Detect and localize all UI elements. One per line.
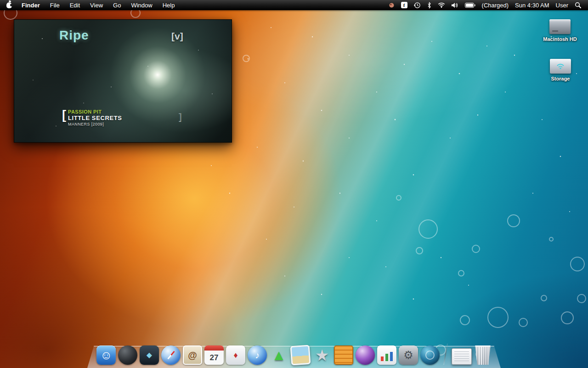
desktop-icon-label: Storage bbox=[551, 76, 570, 81]
dock-icon-dark-utility[interactable]: ◆ bbox=[140, 345, 159, 365]
bluetooth-icon[interactable] bbox=[424, 0, 435, 10]
finder-face-icon: ☺ bbox=[100, 349, 113, 361]
caption-lines: PASSION PIT LITTLE SECRETS MANNERS [2009… bbox=[68, 109, 122, 126]
dock-icon-system-preferences[interactable]: ⚙ bbox=[399, 345, 418, 365]
desktop-icon-label: Macintosh HD bbox=[543, 36, 577, 42]
volume-icon[interactable] bbox=[448, 0, 462, 10]
menu-bar-right: f (Charged) Sun 4:30 AM User bbox=[385, 0, 588, 10]
menu-go[interactable]: Go bbox=[108, 2, 126, 9]
menu-view[interactable]: View bbox=[85, 2, 108, 9]
dock-icon-trash[interactable] bbox=[474, 345, 492, 365]
apple-icon bbox=[6, 2, 12, 8]
apple-menu[interactable] bbox=[0, 0, 17, 10]
menu-edit[interactable]: Edit bbox=[65, 2, 85, 9]
caption-song: LITTLE SECRETS bbox=[68, 115, 122, 121]
time-machine-icon[interactable] bbox=[411, 0, 424, 10]
diamond-suit-icon: ♦ bbox=[233, 351, 237, 359]
dock-icon-search-orb[interactable] bbox=[420, 345, 440, 365]
music-note-icon: ♪ bbox=[255, 351, 260, 360]
user-switch-menu[interactable]: User bbox=[553, 2, 571, 9]
desktop-icon-storage[interactable]: Storage bbox=[538, 59, 582, 81]
dock-icon-mail[interactable]: @ bbox=[183, 345, 202, 365]
network-drive-icon bbox=[550, 59, 571, 74]
desktop-screen: Finder File Edit View Go Window Help f bbox=[0, 0, 588, 368]
dock-icon-crate[interactable] bbox=[334, 345, 353, 365]
desktop-icon-macintosh-hd[interactable]: Macintosh HD bbox=[538, 19, 582, 42]
menu-clock[interactable]: Sun 4:30 AM bbox=[512, 2, 552, 9]
menu-file[interactable]: File bbox=[45, 2, 65, 9]
dock-icon-iphoto[interactable] bbox=[290, 345, 311, 366]
facebook-menu-icon[interactable]: f bbox=[398, 0, 411, 10]
dock-icon-star-app[interactable]: ★ bbox=[312, 345, 332, 365]
video-window[interactable]: Ripe [v] ] [ PASSION PIT LITTLE SECRETS … bbox=[14, 19, 232, 143]
facebook-icon: f bbox=[401, 2, 407, 8]
dock-icon-chart[interactable] bbox=[377, 345, 396, 365]
video-starfield bbox=[42, 38, 43, 39]
menu-app-finder[interactable]: Finder bbox=[17, 2, 45, 9]
calendar-day: 27 bbox=[204, 351, 224, 365]
diamond-icon: ◆ bbox=[147, 351, 152, 359]
dock-icon-itunes[interactable]: ♪ bbox=[248, 345, 267, 365]
menu-extra-icon[interactable] bbox=[385, 0, 398, 10]
ripe-logo: Ripe bbox=[59, 28, 89, 43]
video-caption: [ PASSION PIT LITTLE SECRETS MANNERS [20… bbox=[62, 109, 122, 126]
menu-window[interactable]: Window bbox=[126, 2, 157, 9]
dock-icon-finder[interactable]: ☺ bbox=[96, 345, 116, 365]
menu-bar-left: Finder File Edit View Go Window Help bbox=[0, 0, 180, 10]
dock: ☺ ◆ @ 27 ♦ ♪ ▲ ★ ⚙ bbox=[85, 344, 503, 368]
caption-album: MANNERS [2009] bbox=[68, 122, 122, 126]
up-arrow-icon: ▲ bbox=[271, 348, 286, 362]
menu-bar: Finder File Edit View Go Window Help f bbox=[0, 0, 588, 10]
channel-v-logo: [v] bbox=[171, 31, 183, 42]
calendar-header bbox=[204, 345, 224, 351]
caption-bracket-left: [ bbox=[62, 109, 66, 121]
dock-divider bbox=[443, 344, 448, 365]
dock-icon-safari[interactable] bbox=[161, 345, 181, 365]
wifi-icon[interactable] bbox=[435, 0, 448, 10]
battery-icon[interactable] bbox=[462, 0, 479, 10]
dock-icon-purple-orb[interactable] bbox=[356, 345, 375, 365]
star-icon: ★ bbox=[315, 347, 329, 363]
gear-icon: ⚙ bbox=[403, 350, 413, 361]
dock-icon-games[interactable]: ♦ bbox=[226, 345, 245, 365]
battery-status[interactable]: (Charged) bbox=[479, 2, 512, 9]
dock-minimized-window[interactable] bbox=[452, 348, 472, 365]
at-sign-icon: @ bbox=[188, 351, 197, 360]
dock-icon-dashboard-sphere[interactable] bbox=[118, 345, 137, 365]
spotlight-icon[interactable] bbox=[571, 0, 584, 10]
dock-icon-upload[interactable]: ▲ bbox=[269, 345, 288, 365]
caption-bracket-right: ] bbox=[179, 112, 182, 122]
menu-help[interactable]: Help bbox=[158, 2, 180, 9]
video-flare bbox=[14, 20, 232, 142]
caption-artist: PASSION PIT bbox=[68, 109, 122, 115]
dock-icon-ical[interactable]: 27 bbox=[204, 345, 224, 365]
hard-drive-icon bbox=[549, 19, 571, 34]
